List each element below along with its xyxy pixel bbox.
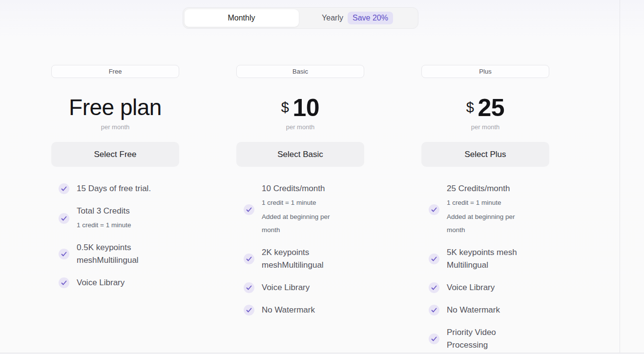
billing-period-label: per month bbox=[51, 123, 179, 131]
check-icon bbox=[59, 213, 69, 224]
check-icon bbox=[429, 334, 439, 344]
plan-badge-free: Free bbox=[51, 65, 179, 78]
plan-card-basic: Basic $ 10 per month Select Basic 10 Cre… bbox=[236, 65, 364, 354]
feature-text: Voice Library bbox=[262, 281, 345, 294]
feature-text: 5K keypoints mesh Multilingual bbox=[447, 246, 530, 272]
panel-divider bbox=[620, 0, 620, 354]
check-icon bbox=[244, 204, 254, 215]
select-free-button[interactable]: Select Free bbox=[51, 142, 179, 167]
feature-subtext: Added at beginning per month bbox=[262, 210, 345, 236]
select-plus-button[interactable]: Select Plus bbox=[421, 142, 549, 167]
check-icon bbox=[429, 282, 439, 293]
price-currency: $ bbox=[281, 99, 289, 116]
feature-text: 0.5K keypoints meshMultilingual bbox=[77, 241, 160, 267]
monthly-tab[interactable]: Monthly bbox=[185, 9, 299, 27]
pricing-page: Monthly Yearly Save 20% Free Free plan p… bbox=[51, 0, 549, 354]
price-currency: $ bbox=[466, 99, 474, 116]
check-icon bbox=[429, 204, 439, 215]
save-discount-badge: Save 20% bbox=[348, 12, 393, 24]
feature-text: 10 Credits/month bbox=[262, 182, 345, 195]
feature-subtext: 1 credit = 1 minute bbox=[447, 196, 530, 209]
plan-title-basic: $ 10 bbox=[236, 90, 364, 120]
check-icon bbox=[244, 282, 254, 293]
feature-text: Voice Library bbox=[77, 276, 160, 289]
feature-subtext: 1 credit = 1 minute bbox=[262, 196, 345, 209]
check-icon bbox=[429, 305, 439, 315]
feature-item: 10 Credits/month 1 credit = 1 minute Add… bbox=[244, 182, 364, 236]
plans-grid: Free Free plan per month Select Free 15 … bbox=[51, 65, 549, 354]
check-icon bbox=[59, 183, 69, 194]
yearly-tab-label: Yearly bbox=[322, 14, 343, 22]
price-amount: 25 bbox=[478, 96, 505, 120]
feature-text: 15 Days of free trial. bbox=[77, 182, 160, 195]
feature-subtext: Added at beginning per month bbox=[447, 210, 530, 236]
plan-card-plus: Plus $ 25 per month Select Plus 25 Credi… bbox=[421, 65, 549, 354]
billing-period-label: per month bbox=[236, 123, 364, 131]
feature-subtext: 1 credit = 1 minute bbox=[77, 218, 160, 232]
feature-item: No Watermark bbox=[244, 304, 364, 316]
plan-badge-basic: Basic bbox=[236, 65, 364, 78]
plan-title-text: Free plan bbox=[69, 95, 162, 120]
check-icon bbox=[59, 249, 69, 259]
check-icon bbox=[244, 305, 254, 315]
feature-item: Voice Library bbox=[429, 281, 549, 294]
check-icon bbox=[429, 254, 439, 264]
select-basic-button[interactable]: Select Basic bbox=[236, 142, 364, 167]
price-amount: 10 bbox=[293, 96, 320, 120]
feature-text: No Watermark bbox=[262, 304, 345, 316]
feature-text: 25 Credits/month bbox=[447, 182, 530, 195]
feature-item: 5K keypoints mesh Multilingual bbox=[429, 246, 549, 272]
plan-title-free: Free plan bbox=[51, 90, 179, 120]
feature-item: 15 Days of free trial. bbox=[59, 182, 179, 195]
feature-item: Voice Library bbox=[59, 276, 179, 289]
feature-text: Priority Video Processing bbox=[447, 326, 530, 352]
feature-list-plus: 25 Credits/month 1 credit = 1 minute Add… bbox=[421, 182, 549, 354]
feature-text: No Watermark bbox=[447, 304, 530, 316]
billing-period-label: per month bbox=[421, 123, 549, 131]
feature-item: 25 Credits/month 1 credit = 1 minute Add… bbox=[429, 182, 549, 236]
feature-item: Total 3 Credits 1 credit = 1 minute bbox=[59, 205, 179, 232]
plan-card-free: Free Free plan per month Select Free 15 … bbox=[51, 65, 179, 354]
feature-text: 2K keypoints meshMultilingual bbox=[262, 246, 345, 272]
feature-item: Priority Video Processing bbox=[429, 326, 549, 352]
feature-item: 0.5K keypoints meshMultilingual bbox=[59, 241, 179, 267]
feature-list-basic: 10 Credits/month 1 credit = 1 minute Add… bbox=[236, 182, 364, 326]
feature-item: No Watermark bbox=[429, 304, 549, 316]
check-icon bbox=[59, 277, 69, 288]
feature-item: Voice Library bbox=[244, 281, 364, 294]
feature-text: Voice Library bbox=[447, 281, 530, 294]
check-icon bbox=[244, 254, 254, 264]
feature-text: Total 3 Credits bbox=[77, 205, 160, 217]
feature-list-free: 15 Days of free trial. Total 3 Credits 1… bbox=[51, 182, 179, 299]
plan-title-plus: $ 25 bbox=[421, 90, 549, 120]
billing-period-toggle: Monthly Yearly Save 20% bbox=[183, 7, 418, 29]
yearly-tab[interactable]: Yearly Save 20% bbox=[299, 9, 416, 27]
plan-badge-plus: Plus bbox=[421, 65, 549, 78]
monthly-tab-label: Monthly bbox=[228, 14, 255, 22]
feature-item: 2K keypoints meshMultilingual bbox=[244, 246, 364, 272]
